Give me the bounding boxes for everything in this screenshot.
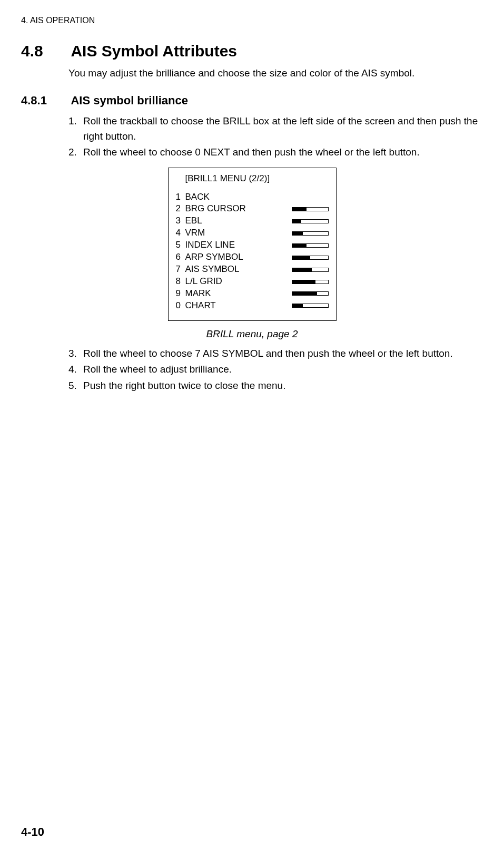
menu-item-number: 6 <box>176 251 185 263</box>
list-text: Roll the wheel to adjust brilliance. <box>83 362 483 377</box>
menu-row: 6ARP SYMBOL <box>176 251 329 263</box>
subsection-title: AIS symbol brilliance <box>71 94 188 108</box>
slider-fill <box>292 292 318 295</box>
menu-row: 5INDEX LINE <box>176 239 329 251</box>
list-number: 2. <box>68 145 83 160</box>
slider-fill <box>292 304 303 307</box>
menu-item-label: EBL <box>185 215 292 227</box>
list-number: 3. <box>68 346 83 361</box>
slider-fill <box>292 280 315 284</box>
list-item: 4. Roll the wheel to adjust brilliance. <box>68 362 483 377</box>
slider-track <box>292 291 329 296</box>
slider-fill <box>292 244 307 247</box>
menu-item-label: BACK <box>185 191 329 203</box>
slider-track <box>292 280 329 284</box>
brilliance-slider <box>292 304 329 308</box>
list-item: 3. Roll the wheel to choose 7 AIS SYMBOL… <box>68 346 483 361</box>
list-item: 5. Push the right button twice to close … <box>68 378 483 394</box>
menu-item-label: L/L GRID <box>185 276 292 288</box>
menu-item-number: 0 <box>176 300 185 312</box>
menu-item-number: 5 <box>176 239 185 251</box>
brilliance-slider <box>292 280 329 284</box>
list-item: 2. Roll the wheel to choose 0 NEXT and t… <box>68 145 483 160</box>
menu-row: 4VRM <box>176 227 329 239</box>
menu-item-label: AIS SYMBOL <box>185 263 292 276</box>
section-number: 4.8 <box>21 42 68 60</box>
subsection-number: 4.8.1 <box>21 94 68 108</box>
menu-row: 1BACK <box>176 191 329 203</box>
slider-track <box>292 207 329 211</box>
list-text: Roll the trackball to choose the BRILL b… <box>83 114 483 144</box>
slider-fill <box>292 256 310 259</box>
brill-menu-box: [BRILL1 MENU (2/2)] 1BACK2BRG CURSOR3EBL… <box>168 168 337 321</box>
section-heading: 4.8 AIS Symbol Attributes <box>21 42 483 60</box>
menu-item-label: INDEX LINE <box>185 239 292 251</box>
menu-row: 3EBL <box>176 215 329 227</box>
brilliance-slider <box>292 268 329 272</box>
slider-fill <box>292 208 307 211</box>
section-intro: You may adjust the brilliance and choose… <box>68 67 483 79</box>
menu-row: 7AIS SYMBOL <box>176 263 329 276</box>
subsection-heading: 4.8.1 AIS symbol brilliance <box>21 94 483 108</box>
slider-fill <box>292 268 312 271</box>
brilliance-slider <box>292 219 329 223</box>
list-text: Roll the wheel to choose 0 NEXT and then… <box>83 145 483 160</box>
slider-fill <box>292 232 303 235</box>
list-number: 1. <box>68 114 83 144</box>
menu-item-number: 4 <box>176 227 185 239</box>
list-number: 5. <box>68 378 83 394</box>
slider-track <box>292 243 329 248</box>
menu-title: [BRILL1 MENU (2/2)] <box>185 173 329 184</box>
figure-caption: BRILL menu, page 2 <box>21 328 483 340</box>
menu-row: 2BRG CURSOR <box>176 203 329 215</box>
menu-item-number: 8 <box>176 276 185 288</box>
menu-item-label: BRG CURSOR <box>185 203 292 215</box>
menu-item-number: 9 <box>176 288 185 300</box>
list-text: Roll the wheel to choose 7 AIS SYMBOL an… <box>83 346 483 361</box>
menu-row: 9MARK <box>176 288 329 300</box>
menu-item-label: MARK <box>185 288 292 300</box>
menu-item-number: 1 <box>176 191 185 203</box>
page-number: 4-10 <box>21 825 44 839</box>
list-text: Push the right button twice to close the… <box>83 378 483 394</box>
slider-track <box>292 256 329 260</box>
slider-track <box>292 231 329 236</box>
brilliance-slider <box>292 291 329 296</box>
brilliance-slider <box>292 207 329 211</box>
page-header: 4. AIS OPERATION <box>21 16 483 25</box>
menu-item-label: VRM <box>185 227 292 239</box>
section-title: AIS Symbol Attributes <box>71 42 237 60</box>
slider-track <box>292 219 329 223</box>
menu-row: 0CHART <box>176 300 329 312</box>
brilliance-slider <box>292 243 329 248</box>
slider-track <box>292 304 329 308</box>
slider-track <box>292 268 329 272</box>
brilliance-slider <box>292 231 329 236</box>
steps-before-list: 1. Roll the trackball to choose the BRIL… <box>68 114 483 160</box>
steps-after-list: 3. Roll the wheel to choose 7 AIS SYMBOL… <box>68 346 483 394</box>
menu-row: 8L/L GRID <box>176 276 329 288</box>
list-number: 4. <box>68 362 83 377</box>
brilliance-slider <box>292 256 329 260</box>
menu-item-label: ARP SYMBOL <box>185 251 292 263</box>
menu-item-number: 7 <box>176 263 185 276</box>
list-item: 1. Roll the trackball to choose the BRIL… <box>68 114 483 144</box>
menu-item-label: CHART <box>185 300 292 312</box>
menu-item-number: 3 <box>176 215 185 227</box>
menu-item-number: 2 <box>176 203 185 215</box>
slider-fill <box>292 220 301 223</box>
